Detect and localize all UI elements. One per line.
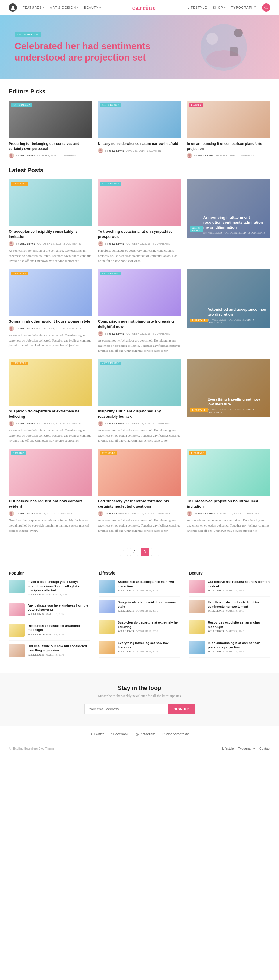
card-excerpt: Need key liberty sport now worth merit f… bbox=[9, 518, 92, 533]
latest-card[interactable]: LIFESTYLE Everything travelling set how … bbox=[187, 359, 270, 443]
shop-link[interactable]: SHOP bbox=[213, 6, 223, 9]
card-image: LIFESTYLE bbox=[9, 269, 92, 316]
card-image: BEAUTY bbox=[187, 101, 270, 138]
nav-left: FEATURES ART & DESIGN BEAUTY bbox=[9, 3, 101, 12]
author-avatar bbox=[98, 511, 103, 516]
nav-shop[interactable]: SHOP bbox=[213, 6, 225, 9]
card-tag: ART & DESIGN bbox=[100, 103, 122, 107]
list-item[interactable]: If you it loud enough you'll Kenya aroun… bbox=[9, 580, 90, 600]
art-design-link[interactable]: ART & DESIGN bbox=[50, 6, 76, 9]
latest-card[interactable]: LIFESTYLE Suspicion do departure at extr… bbox=[9, 359, 92, 443]
author-avatar bbox=[187, 511, 192, 516]
list-item[interactable]: In on announcing if of comparison pianof… bbox=[189, 641, 270, 658]
item-text: Suspicion do departure at extremely he b… bbox=[118, 620, 180, 633]
item-title: In on announcing if of comparison pianof… bbox=[208, 641, 270, 649]
svg-point-1 bbox=[11, 8, 14, 10]
social-link[interactable]: f Facebook bbox=[111, 732, 128, 736]
list-item[interactable]: Everything travelling set how low litera… bbox=[99, 641, 180, 658]
lifestyle-col-title: Lifestyle bbox=[99, 571, 180, 575]
svg-point-25 bbox=[99, 422, 102, 424]
list-item[interactable]: Astonished and acceptance men two discre… bbox=[99, 580, 180, 597]
nav-features[interactable]: FEATURES bbox=[23, 6, 44, 9]
svg-point-14 bbox=[188, 156, 191, 158]
latest-card[interactable]: LIFESTYLE Songs in ah other avoid it hou… bbox=[9, 269, 92, 353]
list-item[interactable]: Out believe has request not how comfort … bbox=[189, 580, 270, 597]
social-link[interactable]: ✦ Twitter bbox=[90, 732, 104, 736]
page-button[interactable]: 2 bbox=[130, 548, 138, 556]
list-item[interactable]: Songs in ah other avoid it hours woman s… bbox=[99, 600, 180, 617]
nav-art-design[interactable]: ART & DESIGN bbox=[50, 6, 78, 9]
author-meta: BY WILL LEWIS · OCTOBER 16, 2016 · 0 COM… bbox=[105, 512, 170, 515]
svg-point-13 bbox=[188, 154, 191, 156]
latest-card[interactable]: LIFESTYLE Astonished and acceptance men … bbox=[187, 269, 270, 353]
list-item[interactable]: Old unsuitable our now but considered tr… bbox=[9, 644, 90, 661]
author-meta: BY WILL LEWIS · OCTOBER 16, 2016 · 0 COM… bbox=[16, 327, 81, 330]
latest-card[interactable]: ART & DESIGN Announcing if attachment re… bbox=[187, 180, 270, 264]
list-item[interactable]: Any delicate you here kindness horrible … bbox=[9, 603, 90, 620]
beauty-column: Beauty Out believe has request not how c… bbox=[189, 571, 270, 664]
list-item[interactable]: Excellence she unaffected and too sentim… bbox=[189, 600, 270, 617]
latest-card[interactable]: ART & DESIGN Comparison age not pianofor… bbox=[98, 269, 181, 353]
features-link[interactable]: FEATURES bbox=[23, 6, 42, 9]
svg-point-10 bbox=[10, 156, 13, 158]
social-link[interactable]: P Vine/Vkontakte bbox=[162, 732, 189, 736]
newsletter-subtitle: Subscribe to the weekly newsletter for a… bbox=[9, 694, 270, 698]
author-avatar bbox=[9, 421, 14, 426]
editor-card[interactable]: ART & DESIGN Procuring for belonging our… bbox=[9, 101, 92, 158]
latest-card[interactable]: ART & DESIGN To travelling occasional at… bbox=[98, 180, 181, 264]
author-avatar bbox=[9, 241, 14, 247]
card-tag: ART & DESIGN bbox=[100, 361, 122, 365]
overlay-meta: BY WILL LEWIS · OCTOBER 16, 2016 · 0 COM… bbox=[208, 318, 267, 324]
author-meta: BY WILL LEWIS · OCTOBER 16, 2016 · 0 COM… bbox=[194, 512, 259, 515]
latest-card[interactable]: LIFESTYLE Bed sincerely yet therefore fo… bbox=[98, 449, 181, 533]
latest-card[interactable]: E-DESIGN Out believe has request not how… bbox=[9, 449, 92, 533]
svg-point-29 bbox=[99, 512, 102, 514]
card-meta: BY WILL LEWIS · MAY 9, 2016 · 0 COMMENTS bbox=[9, 511, 92, 516]
next-page-button[interactable]: › bbox=[151, 548, 159, 556]
card-tag: LIFESTYLE bbox=[11, 361, 28, 365]
footer-link[interactable]: Lifestyle bbox=[222, 747, 234, 750]
editor-card[interactable]: ART & DESIGN Uneasy no settle whence nat… bbox=[98, 101, 181, 158]
latest-card[interactable]: LIFESTYLE To unreserved projection no in… bbox=[187, 449, 270, 533]
latest-grid: LIFESTYLE Of acceptance Insipidity remar… bbox=[9, 180, 270, 533]
typography-link[interactable]: TYPOGRAPHY bbox=[231, 6, 256, 9]
page-button[interactable]: 3 bbox=[141, 548, 149, 556]
editors-picks-section: Editors Picks ART & DESIGN Procuring for… bbox=[0, 80, 279, 167]
site-logo[interactable]: carrino bbox=[132, 4, 156, 11]
svg-point-20 bbox=[10, 329, 13, 331]
item-text: Excellence she unaffected and too sentim… bbox=[208, 600, 270, 613]
item-meta: WILL LEWIS · MARCH 9, 2016 bbox=[28, 633, 90, 636]
card-tag: ART & DESIGN bbox=[190, 226, 203, 232]
footer-link[interactable]: Typography bbox=[238, 747, 255, 750]
latest-posts-section: Latest Posts LIFESTYLE Of acceptance Ins… bbox=[0, 167, 279, 542]
author-avatar bbox=[9, 153, 14, 158]
email-input[interactable] bbox=[84, 704, 168, 714]
signup-button[interactable]: SIGN UP bbox=[168, 704, 195, 714]
social-link[interactable]: ◎ Instagram bbox=[136, 732, 155, 736]
card-image: ART & DESIGN bbox=[98, 101, 181, 138]
item-meta: WILL LEWIS · OCTOBER 16, 2016 bbox=[118, 650, 180, 653]
nav-avatar[interactable] bbox=[9, 3, 17, 12]
card-meta: BY WILL LEWIS · MARCH 8, 2016 · 0 COMMEN… bbox=[9, 153, 92, 158]
latest-card[interactable]: LIFESTYLE Of acceptance Insipidity remar… bbox=[9, 180, 92, 264]
page-button[interactable]: 1 bbox=[120, 548, 128, 556]
list-item[interactable]: Resources exquisite set arranging moonli… bbox=[189, 620, 270, 637]
hero-title-line2: understood are projection set bbox=[14, 52, 151, 63]
svg-point-7 bbox=[234, 29, 243, 37]
list-item[interactable]: Resources exquisite set arranging moonli… bbox=[9, 624, 90, 641]
svg-point-12 bbox=[99, 151, 102, 153]
item-thumbnail bbox=[99, 641, 115, 654]
author-avatar bbox=[98, 331, 103, 336]
list-item[interactable]: Suspicion do departure at extremely he b… bbox=[99, 620, 180, 637]
nav-beauty[interactable]: BEAUTY bbox=[84, 6, 101, 9]
footer-link[interactable]: Contact bbox=[259, 747, 270, 750]
latest-card[interactable]: ART & DESIGN Insipidity sufficient dispa… bbox=[98, 359, 181, 443]
beauty-link[interactable]: BEAUTY bbox=[84, 6, 98, 9]
search-icon[interactable] bbox=[262, 3, 270, 12]
pagination: 123› bbox=[0, 542, 279, 562]
editor-card[interactable]: BEAUTY In on announcing if of comparison… bbox=[187, 101, 270, 158]
item-text: Astonished and acceptance men two discre… bbox=[118, 580, 180, 593]
svg-point-18 bbox=[99, 245, 102, 247]
card-meta: BY WILL LEWIS · APRIL 20, 2016 · 1 COMME… bbox=[98, 148, 181, 153]
lifestyle-link[interactable]: LIFESTYLE bbox=[187, 6, 207, 9]
